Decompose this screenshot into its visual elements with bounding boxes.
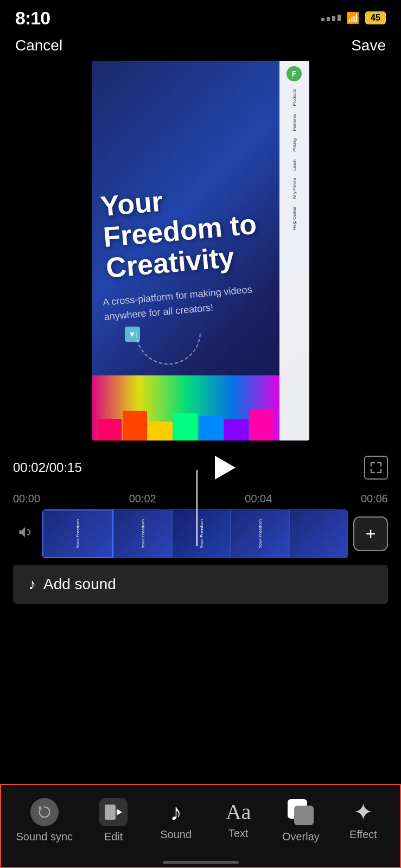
track-frame-4 bbox=[289, 509, 348, 558]
track-frame-3: Your Freedom bbox=[231, 509, 289, 558]
toolbar-label-edit: Edit bbox=[104, 831, 123, 843]
toolbar-item-sound[interactable]: ♪ Sound bbox=[154, 800, 198, 841]
current-time: 00:02 bbox=[13, 460, 46, 475]
status-time: 8:10 bbox=[15, 8, 50, 29]
toolbar-item-overlay[interactable]: Overlay bbox=[279, 798, 322, 843]
sidebar-nav-why: Why Filmora bbox=[292, 176, 296, 201]
signal-dots-icon bbox=[321, 15, 341, 21]
top-nav: Cancel Save bbox=[0, 33, 401, 61]
sidebar-nav-help: Help Center bbox=[292, 205, 297, 232]
svg-rect-0 bbox=[105, 805, 116, 820]
video-title: Your Freedom to Creativity bbox=[99, 177, 272, 284]
cancel-button[interactable]: Cancel bbox=[15, 37, 62, 54]
ruler-mark-2: 00:04 bbox=[245, 493, 272, 505]
video-preview: Your Freedom to Creativity A cross-platf… bbox=[92, 61, 309, 441]
bottom-toolbar: Sound sync Edit ♪ Sound Aa Text Overlay … bbox=[0, 784, 401, 868]
video-subtitle: A cross-platform for making videos anywh… bbox=[102, 281, 270, 324]
toolbar-label-sound: Sound bbox=[160, 828, 192, 841]
video-sidebar: F Products Features Pricing Learn Why Fi… bbox=[279, 61, 309, 441]
overlay-icon bbox=[287, 798, 315, 826]
separator: / bbox=[46, 460, 49, 475]
sidebar-nav-pricing: Pricing bbox=[292, 136, 297, 154]
total-time: 00:15 bbox=[49, 460, 82, 475]
track-frame-1: Your Freedom bbox=[113, 509, 172, 558]
volume-icon bbox=[13, 525, 37, 544]
sidebar-nav-learn: Learn bbox=[292, 157, 297, 173]
fullscreen-icon bbox=[370, 461, 383, 474]
toolbar-item-effect[interactable]: ✦ Effect bbox=[341, 800, 385, 841]
effect-icon: ✦ bbox=[353, 800, 373, 824]
status-icons: 📶 45 bbox=[321, 11, 386, 24]
filmora-logo: F bbox=[287, 66, 302, 81]
edit-icon bbox=[99, 798, 128, 826]
svg-marker-1 bbox=[117, 809, 122, 815]
fullscreen-button[interactable] bbox=[364, 456, 388, 480]
track-frame-2: Your Freedom bbox=[172, 509, 231, 558]
toolbar-item-text[interactable]: Aa Text bbox=[217, 801, 260, 840]
battery-indicator: 45 bbox=[365, 11, 386, 24]
play-triangle-icon bbox=[215, 456, 235, 480]
timecode: 00:02/00:15 bbox=[13, 460, 82, 475]
home-indicator bbox=[163, 861, 239, 864]
toolbar-label-effect: Effect bbox=[349, 828, 377, 841]
ruler-mark-1: 00:02 bbox=[129, 493, 156, 505]
playback-controls: 00:02/00:15 bbox=[13, 446, 388, 489]
wifi-icon: 📶 bbox=[346, 11, 360, 24]
timeline-ruler: 00:00 00:02 00:04 00:06 bbox=[13, 489, 388, 507]
text-icon: Aa bbox=[226, 801, 251, 823]
play-button[interactable] bbox=[207, 451, 239, 484]
sidebar-nav-products: Products bbox=[292, 87, 297, 108]
ruler-mark-3: 00:06 bbox=[361, 493, 388, 505]
timeline-section: 00:02/00:15 00:00 00:02 00:04 00:06 bbox=[0, 441, 401, 604]
add-track-button[interactable]: + bbox=[353, 516, 388, 551]
save-button[interactable]: Save bbox=[351, 37, 386, 54]
toolbar-item-sound-sync[interactable]: Sound sync bbox=[16, 798, 73, 843]
sound-icon: ♪ bbox=[170, 800, 182, 824]
sidebar-nav-features: Features bbox=[292, 112, 297, 133]
ruler-mark-0: 00:00 bbox=[13, 493, 40, 505]
track-area: Your Freedom Your Freedom Your Freedom Y… bbox=[13, 507, 388, 560]
toolbar-label-overlay: Overlay bbox=[282, 831, 320, 843]
toolbar-item-edit[interactable]: Edit bbox=[92, 798, 135, 843]
sound-sync-icon bbox=[30, 798, 59, 826]
add-sound-label: Add sound bbox=[43, 576, 116, 593]
toolbar-label-sound-sync: Sound sync bbox=[16, 831, 73, 843]
status-bar: 8:10 📶 45 bbox=[0, 0, 401, 33]
color-bars bbox=[92, 408, 279, 441]
video-track[interactable]: Your Freedom Your Freedom Your Freedom Y… bbox=[42, 509, 348, 558]
add-sound-bar[interactable]: ♪ Add sound bbox=[13, 565, 388, 604]
toolbar-label-text: Text bbox=[228, 827, 249, 840]
music-note-icon: ♪ bbox=[28, 576, 36, 593]
track-frame-selected: Your Freedom bbox=[42, 509, 113, 558]
